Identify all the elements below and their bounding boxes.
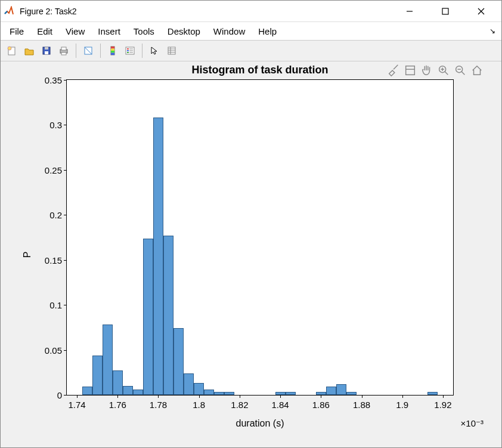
- maximize-button[interactable]: [427, 1, 463, 22]
- svg-rect-19: [127, 48, 129, 50]
- x-tick-label: 1.82: [231, 400, 248, 410]
- undock-arrow-icon[interactable]: ↘: [489, 27, 495, 35]
- x-axis-label: duration (s): [66, 418, 454, 429]
- y-tick-label: 0.2: [49, 210, 62, 220]
- save-button[interactable]: [39, 43, 54, 58]
- histogram-bar: [224, 392, 234, 395]
- svg-rect-20: [127, 50, 129, 51]
- svg-rect-17: [111, 53, 114, 55]
- toolbar: [1, 40, 501, 61]
- svg-rect-15: [111, 49, 114, 51]
- menu-edit[interactable]: Edit: [30, 24, 59, 39]
- home-icon[interactable]: [470, 64, 484, 79]
- histogram-bar: [103, 325, 113, 395]
- histogram-bar: [92, 356, 103, 395]
- pan-icon[interactable]: [420, 64, 433, 79]
- y-tick-label: 0.1: [49, 300, 62, 310]
- histogram-bar: [123, 386, 133, 395]
- zoom-out-icon[interactable]: [454, 64, 467, 79]
- titlebar: Figure 2: Task2: [1, 1, 501, 22]
- histogram-bar: [184, 373, 194, 395]
- svg-rect-1: [442, 8, 448, 14]
- svg-rect-16: [111, 51, 114, 53]
- svg-point-5: [8, 47, 11, 50]
- histogram-bar: [113, 370, 123, 395]
- menu-help[interactable]: Help: [252, 24, 283, 39]
- svg-line-37: [461, 72, 465, 75]
- svg-rect-30: [406, 66, 415, 75]
- histogram-bar: [82, 387, 92, 395]
- axes[interactable]: 00.050.10.150.20.250.30.351.741.761.781.…: [66, 79, 454, 396]
- y-tick-label: 0.3: [49, 120, 62, 130]
- histogram-bar: [427, 392, 438, 395]
- x-tick-label: 1.74: [68, 400, 85, 410]
- colorbar-button[interactable]: [105, 43, 120, 58]
- y-tick-label: 0.35: [45, 75, 62, 85]
- histogram-bar: [275, 392, 286, 395]
- histogram-bar: [133, 390, 143, 395]
- menubar: File Edit View Insert Tools Desktop Wind…: [1, 22, 501, 40]
- menu-file[interactable]: File: [3, 24, 30, 39]
- matlab-icon: [3, 5, 15, 17]
- y-tick-label: 0.15: [45, 255, 62, 265]
- menu-tools[interactable]: Tools: [127, 24, 161, 39]
- svg-rect-21: [127, 52, 129, 53]
- svg-rect-7: [45, 51, 48, 54]
- menu-window[interactable]: Window: [207, 24, 252, 39]
- toolbar-separator: [142, 44, 142, 58]
- close-button[interactable]: [463, 1, 499, 22]
- y-tick-label: 0: [57, 390, 62, 400]
- svg-rect-8: [45, 47, 48, 50]
- svg-rect-11: [61, 52, 66, 55]
- print-button[interactable]: [56, 43, 72, 58]
- zoom-in-icon[interactable]: [437, 64, 450, 79]
- histogram-bar: [153, 118, 163, 395]
- toolbar-separator: [76, 44, 76, 58]
- svg-rect-10: [61, 47, 66, 50]
- histogram-bar: [346, 392, 357, 395]
- svg-rect-14: [111, 47, 114, 49]
- window-title: Figure 2: Task2: [20, 7, 76, 16]
- box-icon[interactable]: [404, 64, 417, 79]
- histogram-bar: [316, 392, 326, 395]
- pointer-button[interactable]: [147, 43, 162, 58]
- menu-insert[interactable]: Insert: [91, 24, 127, 39]
- minimize-button[interactable]: [392, 1, 427, 22]
- x-tick-label: 1.78: [150, 400, 167, 410]
- histogram-bar: [336, 384, 346, 395]
- svg-line-33: [445, 72, 448, 75]
- axes-toolbar: [387, 64, 484, 79]
- x-tick-label: 1.92: [434, 400, 451, 410]
- histogram-bar: [173, 328, 184, 395]
- link-button[interactable]: [80, 43, 96, 58]
- histogram-bar: [143, 239, 153, 395]
- new-figure-button[interactable]: [4, 43, 20, 58]
- x-tick-label: 1.76: [109, 400, 126, 410]
- legend-button[interactable]: [122, 43, 138, 58]
- brush-icon[interactable]: [387, 64, 400, 79]
- x-tick-label: 1.9: [396, 400, 408, 410]
- figure-canvas: Histogram of task duration P duration (s…: [1, 61, 501, 447]
- x-exponent-label: ×10⁻³: [461, 418, 484, 429]
- histogram-bar: [163, 236, 173, 395]
- x-tick-label: 1.86: [312, 400, 330, 410]
- x-tick-label: 1.84: [271, 400, 289, 410]
- menu-desktop[interactable]: Desktop: [161, 24, 207, 39]
- histogram-bar: [286, 392, 296, 395]
- histogram-bar: [194, 383, 204, 395]
- menu-view[interactable]: View: [59, 24, 91, 39]
- datacursor-button[interactable]: [164, 43, 179, 58]
- y-tick-label: 0.05: [45, 345, 62, 355]
- x-tick-label: 1.8: [193, 400, 205, 410]
- histogram-bar: [204, 390, 214, 395]
- open-button[interactable]: [21, 43, 37, 58]
- histogram-bar: [214, 392, 224, 395]
- toolbar-separator: [100, 44, 101, 58]
- histogram-bar: [326, 387, 336, 395]
- y-axis-label: P: [22, 251, 33, 258]
- y-tick-label: 0.25: [45, 165, 62, 175]
- x-tick-label: 1.88: [353, 400, 370, 410]
